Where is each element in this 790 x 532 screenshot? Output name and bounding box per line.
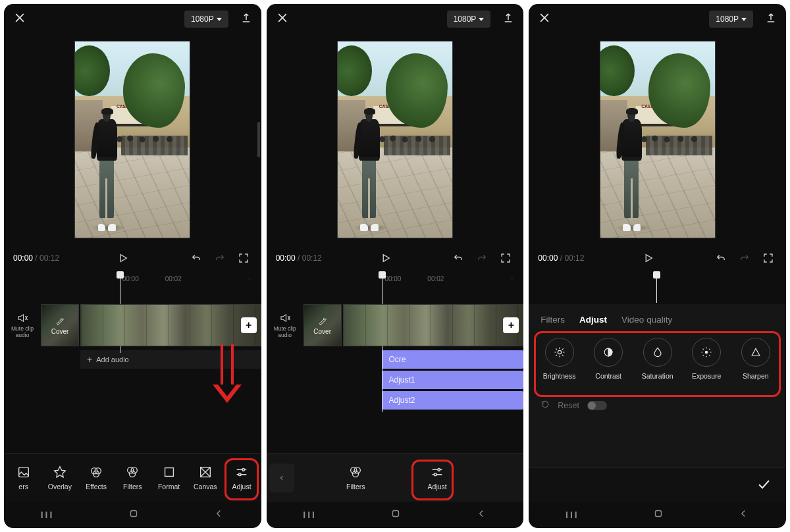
video-preview[interactable]: CASA FON: [600, 41, 716, 238]
top-bar: 1080P: [529, 4, 786, 34]
svg-point-10: [238, 473, 241, 476]
time-ruler: 00:0000:02·: [4, 271, 261, 288]
svg-rect-17: [393, 511, 399, 517]
tab-video-quality[interactable]: Video quality: [621, 315, 672, 325]
sharpen-icon: [741, 338, 770, 367]
video-preview[interactable]: CASA FON: [337, 41, 453, 238]
adjust-track[interactable]: Adjust1: [382, 371, 523, 389]
reset-label[interactable]: Reset: [558, 401, 579, 410]
fullscreen-icon[interactable]: [235, 250, 252, 267]
svg-point-18: [558, 350, 561, 354]
nav-recents-icon[interactable]: III: [41, 510, 55, 520]
chip-contrast[interactable]: Contrast: [587, 338, 630, 380]
chevron-down-icon: [217, 18, 222, 21]
close-icon[interactable]: [13, 11, 26, 27]
tool-format[interactable]: Format: [152, 465, 186, 491]
adjust-track[interactable]: Ocre: [382, 350, 523, 369]
nav-back-icon[interactable]: [475, 508, 487, 522]
play-icon[interactable]: [640, 250, 657, 267]
cover-button[interactable]: Cover: [303, 304, 342, 346]
svg-rect-21: [656, 511, 662, 517]
mute-clip-audio-button[interactable]: Mute clip audio: [4, 304, 41, 346]
add-audio-row[interactable]: + Add audio: [80, 350, 261, 369]
play-icon[interactable]: [115, 250, 132, 267]
adjust-track[interactable]: Adjust2: [382, 391, 523, 410]
add-clip-button[interactable]: +: [241, 317, 257, 333]
svg-point-20: [706, 351, 708, 353]
tool-adjust[interactable]: Adjust: [413, 465, 461, 491]
add-clip-button[interactable]: +: [503, 317, 519, 333]
svg-rect-7: [165, 468, 173, 477]
scrollbar[interactable]: [257, 122, 260, 157]
nav-back-icon[interactable]: [213, 508, 224, 522]
panel-bottom-bar: [529, 467, 786, 502]
nav-home-icon[interactable]: [128, 508, 140, 522]
mute-clip-audio-button[interactable]: Mute clip audio: [267, 304, 303, 346]
top-bar: 1080P: [4, 4, 261, 34]
export-icon[interactable]: [765, 12, 777, 26]
playhead[interactable]: [656, 274, 657, 303]
video-clip[interactable]: +: [80, 304, 261, 346]
adjust-panel-tabs: Filters Adjust Video quality: [529, 308, 786, 334]
cover-button[interactable]: Cover: [41, 304, 79, 346]
tab-adjust[interactable]: Adjust: [579, 315, 607, 325]
chip-brightness[interactable]: Brightness: [538, 338, 581, 380]
undo-icon[interactable]: [450, 250, 467, 267]
tab-filters[interactable]: Filters: [540, 315, 565, 325]
fullscreen-icon[interactable]: [497, 250, 514, 267]
close-icon[interactable]: [538, 11, 551, 27]
fullscreen-icon[interactable]: [760, 250, 777, 267]
nav-home-icon[interactable]: [390, 508, 402, 522]
tool-stickers-partial[interactable]: ers: [7, 465, 40, 491]
time-display: 00:00 / 00:12: [276, 253, 322, 263]
undo-icon[interactable]: [712, 250, 729, 267]
export-icon[interactable]: [240, 12, 252, 26]
screen-2: 1080P CASA FON 00:00 / 00:1: [267, 4, 524, 528]
tool-effects[interactable]: Effects: [79, 465, 113, 491]
transport-bar: 00:00 / 00:12: [4, 245, 261, 271]
chip-exposure[interactable]: Exposure: [685, 338, 728, 380]
reset-toggle[interactable]: [587, 401, 607, 410]
redo-icon[interactable]: [473, 250, 490, 267]
close-icon[interactable]: [276, 11, 289, 27]
confirm-icon[interactable]: [756, 476, 772, 494]
top-bar: 1080P: [267, 4, 524, 34]
tool-filters[interactable]: Filters: [332, 465, 379, 491]
svg-point-16: [434, 473, 437, 476]
resolution-dropdown[interactable]: 1080P: [709, 11, 753, 28]
resolution-dropdown[interactable]: 1080P: [447, 11, 491, 28]
video-preview[interactable]: CASA FON: [74, 41, 190, 238]
tool-filters[interactable]: Filters: [116, 465, 149, 491]
android-nav-bar: III: [4, 502, 261, 528]
nav-back-icon[interactable]: [737, 508, 749, 522]
undo-icon[interactable]: [188, 250, 205, 267]
chip-saturation[interactable]: Saturation: [636, 338, 679, 380]
video-clip[interactable]: +: [343, 304, 524, 346]
nav-recents-icon[interactable]: III: [566, 510, 579, 520]
brightness-icon: [545, 338, 574, 367]
transport-bar: 00:00 / 00:12: [529, 245, 786, 271]
timeline-area[interactable]: 00:0000:02· Mute clip audio Cover +: [4, 271, 261, 453]
tool-adjust[interactable]: Adjust: [224, 465, 258, 491]
adjust-properties-row: Brightness Contrast Saturation Exposure: [529, 334, 786, 384]
screen-3: 1080P CASA FON 00:00 / 00:1: [529, 4, 786, 528]
preview-area: CASA FON: [267, 34, 524, 245]
play-icon[interactable]: [377, 250, 394, 267]
chevron-down-icon: [479, 18, 484, 21]
export-icon[interactable]: [502, 12, 514, 26]
timeline-area[interactable]: 00:0000:02· Mute clip audio Cover +: [267, 271, 524, 453]
redo-icon[interactable]: [736, 250, 753, 267]
resolution-dropdown[interactable]: 1080P: [184, 11, 228, 28]
reset-icon: [540, 400, 550, 411]
transport-bar: 00:00 / 00:12: [267, 245, 524, 271]
android-nav-bar: III: [529, 502, 786, 528]
chip-sharpen[interactable]: Sharpen: [734, 338, 777, 380]
nav-recents-icon[interactable]: III: [303, 510, 317, 520]
tool-overlay[interactable]: Overlay: [43, 465, 76, 491]
redo-icon[interactable]: [211, 250, 228, 267]
tool-canvas[interactable]: Canvas: [188, 465, 222, 491]
nav-home-icon[interactable]: [652, 508, 664, 522]
toolbar-back-button[interactable]: [269, 464, 294, 492]
reset-row: Reset: [529, 384, 786, 411]
bottom-toolbar: ers Overlay Effects Filters Format Canva…: [4, 453, 261, 502]
